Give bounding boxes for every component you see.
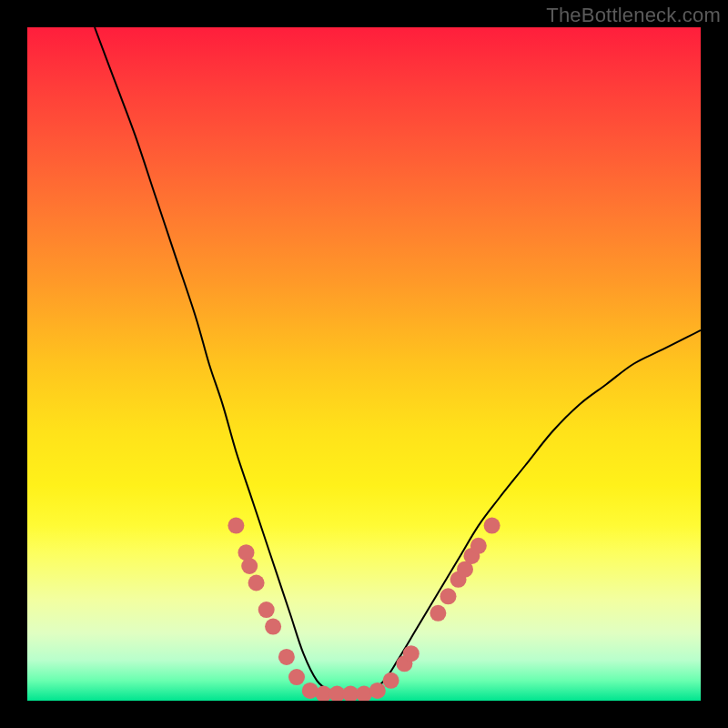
data-marker [430,605,446,622]
bottleneck-curve [95,27,701,694]
plot-area [27,27,701,701]
data-marker [228,518,244,534]
data-marker [265,619,281,635]
chart-svg [27,27,701,701]
watermark-text: TheBottleneck.com [546,4,721,27]
data-marker [383,672,399,689]
data-marker [470,538,487,554]
data-marker [241,558,258,574]
data-marker [369,682,386,699]
data-marker [288,669,305,685]
data-marker [484,518,500,534]
data-marker [278,649,295,665]
data-marker [440,588,457,604]
data-marker [258,602,275,618]
data-marker [403,645,420,662]
marker-group [228,518,500,701]
data-marker [248,575,265,592]
chart-frame: TheBottleneck.com [0,0,728,728]
